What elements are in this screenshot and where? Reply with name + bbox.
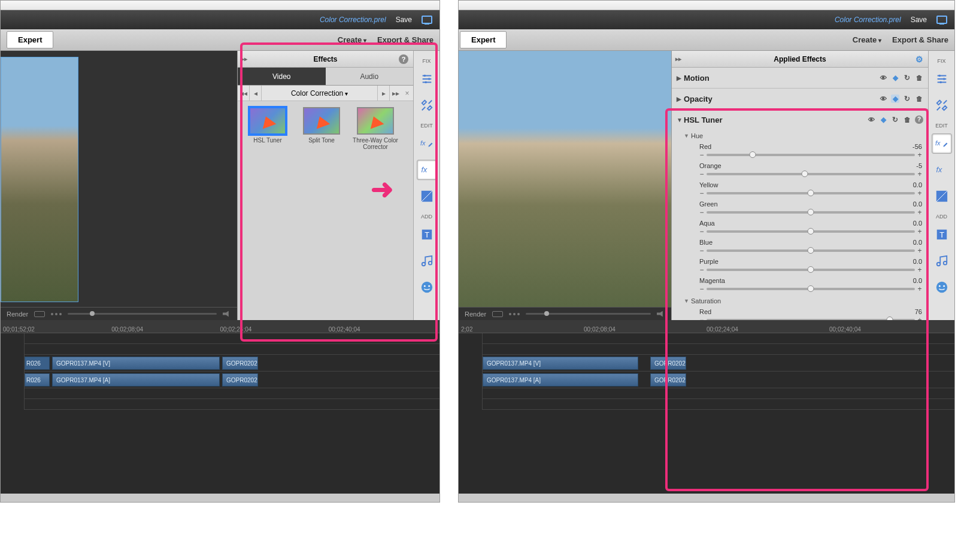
frame-back-icon[interactable] [492,311,503,317]
menu-export-share[interactable]: Export & Share [892,35,948,44]
slider-value[interactable]: 0.0 [913,277,922,284]
decrement-button[interactable]: − [699,266,704,274]
category-dropdown[interactable]: Color Correction [262,89,377,98]
effect-split-tone[interactable]: Split Tone [298,107,345,150]
tracks[interactable]: R026 GOPR0137.MP4 [V] GOPR0202 R026 GOPR… [25,333,439,410]
increment-button[interactable]: + [917,151,922,159]
reset-icon[interactable] [891,115,899,124]
clip-next-audio[interactable]: GOPR0202 [650,373,686,386]
collapse-icon[interactable]: ▸▸ [241,56,247,62]
transitions-button[interactable] [417,186,437,206]
slider-value[interactable]: 0.0 [913,200,922,208]
section-opacity[interactable]: ▶ Opacity ◆ [672,89,928,109]
clip-main-audio[interactable]: GOPR0137.MP4 [A] [483,373,638,386]
adjust-button[interactable] [932,69,952,89]
menu-export-share[interactable]: Export & Share [377,35,433,44]
graphics-button[interactable] [932,277,952,297]
keyframes-icon[interactable]: ◆ [891,74,899,82]
decrement-button[interactable]: − [699,189,704,197]
section-motion[interactable]: ▶ Motion ◆ [672,68,928,88]
visibility-icon[interactable] [879,74,887,82]
section-hsl-tuner[interactable]: ▼ HSL Tuner ◆ ? [672,109,928,130]
clip-main-video[interactable]: GOPR0137.MP4 [V] [52,357,220,370]
slider-track[interactable] [707,173,915,175]
tab-audio[interactable]: Audio [326,68,414,86]
clip-main-audio[interactable]: GOPR0137.MP4 [A] [52,373,220,386]
adjust-button[interactable] [417,69,437,89]
slider-track[interactable] [707,269,915,271]
increment-button[interactable]: + [917,170,922,178]
clip-next-video[interactable]: GOPR0202 [650,357,686,370]
category-next-icon[interactable]: ▸ [377,86,389,101]
increment-button[interactable]: + [917,246,922,255]
slider-track[interactable] [707,319,915,320]
applied-effects-scroll[interactable]: ▶ Motion ◆ ▶ [672,68,928,320]
frame-back-icon[interactable] [34,311,45,317]
tools-button[interactable] [932,95,952,115]
slider-track[interactable] [707,192,915,194]
timeline[interactable]: 00;01;52;02 00;02;08;04 00;02;24;04 00;0… [1,320,439,494]
decrement-button[interactable]: − [699,246,704,255]
increment-button[interactable]: + [917,227,922,236]
slider-track[interactable] [707,288,915,290]
render-button[interactable]: Render [7,311,28,318]
visibility-icon[interactable] [867,115,875,124]
slider-value[interactable]: -56 [912,143,922,150]
trash-icon[interactable] [915,95,923,103]
clip-prev-video[interactable]: R026 [25,357,50,370]
help-icon[interactable]: ? [915,115,923,124]
increment-button[interactable]: + [917,208,922,217]
category-last-icon[interactable]: ▸▸ [389,86,401,101]
fx-edit-button[interactable]: fx [932,133,952,154]
music-button[interactable] [417,251,437,271]
save-button[interactable]: Save [396,16,412,24]
slider-value[interactable]: -5 [916,162,922,169]
save-button[interactable]: Save [911,16,927,24]
category-first-icon[interactable]: ◂◂ [238,86,250,101]
reset-icon[interactable] [903,95,911,103]
timeline[interactable]: 2;02 00;02;08;04 00;02;24;04 00;02;40;04… [459,320,954,494]
tracks[interactable]: GOPR0137.MP4 [V] GOPR0202 GOPR0137.MP4 [… [483,333,954,410]
fx-edit-button[interactable]: fx [417,133,437,154]
slider-value[interactable]: 0.0 [913,258,922,265]
group-hue[interactable]: ▼ Hue [684,130,928,142]
play-slider[interactable] [68,313,217,315]
titles-button[interactable]: T [932,224,952,245]
time-ruler[interactable]: 00;01;52;02 00;02;08;04 00;02;24;04 00;0… [1,320,439,333]
increment-button[interactable]: + [917,189,922,197]
slider-track[interactable] [707,230,915,233]
time-ruler[interactable]: 2;02 00;02;08;04 00;02;24;04 00;02;40;04 [459,320,954,333]
visibility-icon[interactable] [879,95,887,103]
volume-icon[interactable] [657,311,665,317]
trash-icon[interactable] [915,74,923,82]
preview-frame[interactable] [459,51,671,308]
menu-create[interactable]: Create [338,35,366,44]
slider-track[interactable] [707,249,915,252]
slider-value[interactable]: 76 [915,308,922,315]
transport-controls[interactable] [51,313,62,315]
fullscreen-icon[interactable] [936,16,947,24]
tools-button[interactable] [417,95,437,115]
help-icon[interactable]: ? [399,54,408,64]
increment-button[interactable]: + [917,285,922,293]
decrement-button[interactable]: − [699,227,704,236]
mode-expert-button[interactable]: Expert [7,31,53,48]
tab-video[interactable]: Video [238,68,326,86]
collapse-icon[interactable]: ▸▸ [675,56,681,62]
transport-controls[interactable] [509,313,520,315]
clip-next-audio[interactable]: GOPR0202 [222,373,258,386]
effect-hsl-tuner[interactable]: HSL Tuner [244,107,292,150]
music-button[interactable] [932,251,952,271]
decrement-button[interactable]: − [699,285,704,293]
clip-main-video[interactable]: GOPR0137.MP4 [V] [483,357,638,370]
titles-button[interactable]: T [417,224,437,245]
decrement-button[interactable]: − [699,208,704,217]
mode-expert-button[interactable]: Expert [460,31,507,48]
keyframes-icon[interactable]: ◆ [891,95,899,103]
trash-icon[interactable] [903,115,911,124]
group-saturation[interactable]: ▼ Saturation [684,295,928,307]
graphics-button[interactable] [417,277,437,297]
slider-value[interactable]: 0.0 [913,181,922,188]
increment-button[interactable]: + [917,316,922,320]
effect-three-way-color-corrector[interactable]: Three-Way Color Corrector [351,107,399,150]
